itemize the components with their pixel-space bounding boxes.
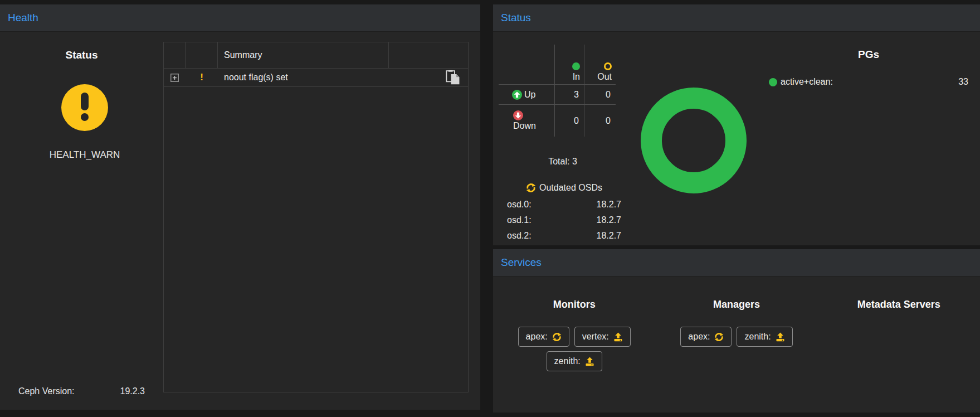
metadata-servers-column: Metadata Servers	[818, 299, 980, 371]
health-status-heading: Status	[0, 49, 163, 61]
ceph-version-row: Ceph Version: 19.2.3	[18, 386, 145, 396]
health-panel-title: Health	[8, 12, 38, 24]
outdated-osd-row: osd.0: 18.2.7	[507, 197, 621, 212]
active-clean-dot-icon	[769, 78, 777, 86]
osd-up-row-header: Up	[499, 84, 555, 104]
osd-status-table: In Out Up 3 0	[499, 45, 616, 137]
osd-up-out-value: 0	[584, 84, 616, 104]
managers-column: Managers apex: zenith:	[655, 299, 817, 371]
refresh-icon	[552, 332, 562, 342]
osd-version: 18.2.7	[597, 215, 621, 225]
osd-up-label: Up	[524, 90, 535, 100]
summary-severity-column-header	[186, 42, 218, 68]
upload-icon	[585, 357, 594, 366]
outdated-osds-block: Outdated OSDs osd.0: 18.2.7 osd.1: 18.2.…	[507, 183, 621, 244]
refresh-icon	[526, 183, 536, 193]
osd-up-in-value: 3	[555, 84, 584, 104]
manager-apex-button[interactable]: apex:	[680, 327, 732, 347]
out-yellow-ring-icon	[604, 62, 612, 70]
status-panel: Status In Out Up	[493, 4, 980, 245]
osd-in-label: In	[573, 72, 580, 82]
osd-in-column-header: In	[555, 45, 584, 84]
osd-down-out-value: 0	[584, 104, 616, 137]
health-panel-header: Health	[0, 4, 480, 32]
services-panel-body: Monitors apex: vertex:	[493, 277, 980, 413]
osd-out-column-header: Out	[584, 45, 616, 84]
monitor-vertex-button[interactable]: vertex:	[574, 327, 631, 347]
monitor-apex-label: apex:	[526, 332, 548, 342]
warning-exclamation-bar	[81, 93, 89, 110]
status-panel-body: In Out Up 3 0	[493, 32, 980, 245]
manager-zenith-button[interactable]: zenith:	[737, 327, 792, 347]
health-warning-icon	[61, 84, 108, 131]
outdated-osd-row: osd.1: 18.2.7	[507, 212, 621, 228]
monitors-title: Monitors	[553, 299, 596, 311]
refresh-icon	[714, 332, 724, 342]
copy-icon[interactable]	[445, 70, 461, 87]
summary-column-header: Summary	[218, 42, 389, 68]
osd-down-in-value: 0	[555, 104, 584, 137]
upload-icon	[776, 332, 785, 342]
status-panel-title: Status	[501, 12, 531, 24]
monitor-vertex-label: vertex:	[582, 332, 609, 342]
managers-title: Managers	[713, 299, 760, 311]
monitor-apex-button[interactable]: apex:	[518, 327, 569, 347]
osd-out-label: Out	[597, 72, 612, 82]
status-panel-header: Status	[493, 4, 980, 32]
pgs-donut-chart	[641, 88, 747, 193]
osd-name: osd.2:	[507, 231, 532, 241]
osd-version: 18.2.7	[597, 231, 621, 241]
outdated-osd-row: osd.2: 18.2.7	[507, 228, 621, 244]
summary-table-row[interactable]: ! noout flag(s) set	[164, 69, 468, 87]
services-panel: Services Monitors apex:	[493, 249, 980, 413]
osd-table-corner-cell	[499, 45, 555, 84]
osd-down-row-header: Down	[499, 104, 555, 137]
row-expand-icon[interactable]	[170, 74, 179, 82]
manager-zenith-label: zenith:	[744, 332, 771, 342]
ceph-version-value: 19.2.3	[120, 386, 145, 396]
summary-table-header: Summary	[164, 42, 468, 69]
osd-version: 18.2.7	[597, 200, 621, 210]
pgs-legend-label: active+clean:	[781, 77, 833, 87]
summary-row-text: noout flag(s) set	[218, 72, 389, 83]
outdated-osds-title: Outdated OSDs	[539, 183, 602, 193]
monitors-column: Monitors apex: vertex:	[493, 299, 655, 371]
health-summary-table: Summary ! noout flag(s) set	[163, 42, 469, 392]
summary-action-column-header	[389, 42, 468, 68]
pgs-legend-value: 33	[958, 77, 968, 87]
osd-name: osd.1:	[507, 215, 532, 225]
manager-apex-label: apex:	[688, 332, 710, 342]
down-circle-icon	[513, 110, 523, 120]
in-green-dot-icon	[572, 62, 580, 70]
osd-total-label: Total: 3	[499, 157, 627, 167]
ceph-dashboard: Health Status HEALTH_WARN Ceph Version: …	[0, 0, 980, 417]
services-panel-header: Services	[493, 249, 980, 277]
metadata-servers-title: Metadata Servers	[857, 299, 940, 311]
upload-icon	[613, 332, 623, 342]
monitor-zenith-label: zenith:	[554, 356, 581, 366]
row-warning-icon: !	[186, 72, 218, 83]
pgs-legend-row: active+clean: 33	[769, 77, 968, 87]
services-panel-title: Services	[501, 256, 542, 269]
ceph-version-label: Ceph Version:	[18, 386, 75, 396]
monitor-zenith-button[interactable]: zenith:	[547, 351, 602, 371]
up-circle-icon	[512, 90, 522, 100]
osd-name: osd.0:	[507, 200, 532, 210]
warning-exclamation-dot	[81, 113, 89, 121]
health-panel-body: Status HEALTH_WARN Ceph Version: 19.2.3 …	[0, 32, 480, 410]
summary-expand-column-header	[164, 42, 186, 68]
health-panel: Health Status HEALTH_WARN Ceph Version: …	[0, 4, 480, 410]
health-status-value: HEALTH_WARN	[0, 149, 169, 161]
pgs-title: PGs	[769, 49, 968, 61]
osd-down-label: Down	[513, 121, 536, 131]
